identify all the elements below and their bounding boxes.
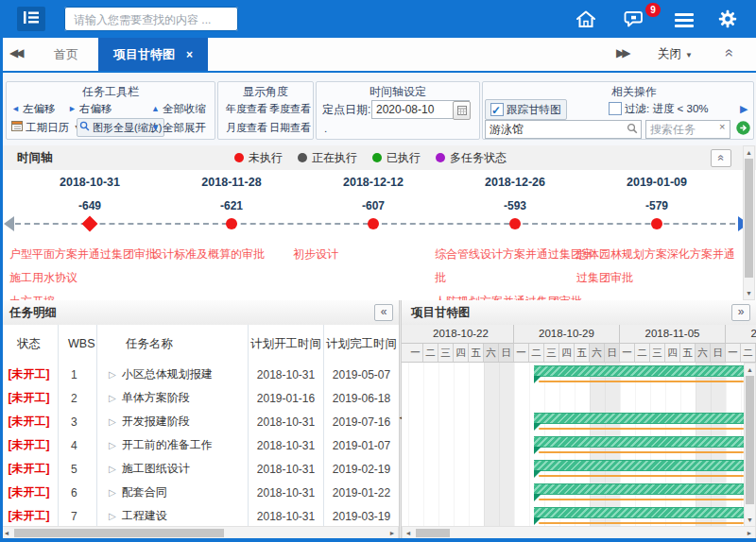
- gray-dot-icon: [298, 153, 307, 162]
- home-icon[interactable]: [575, 8, 597, 29]
- tabs-scroll-left-icon[interactable]: ◀◀: [9, 46, 21, 59]
- expander-icon[interactable]: ▷: [109, 369, 116, 380]
- search-icon[interactable]: [627, 123, 638, 137]
- global-search-input[interactable]: [72, 8, 236, 31]
- scroll-down-icon[interactable]: ▼: [745, 515, 755, 525]
- table-row[interactable]: [未开工] 6 ▷配套合同 2018-10-31 2019-01-22: [0, 481, 399, 505]
- milestone-marker-circle[interactable]: [368, 218, 379, 229]
- table-row[interactable]: [未开工] 1 ▷小区总体规划报建 2018-10-31 2019-05-07: [0, 363, 399, 387]
- collapse-ribbon-icon[interactable]: «: [721, 49, 738, 58]
- panel-collapse-icon[interactable]: «: [374, 304, 393, 321]
- red-dot-icon: [234, 153, 244, 162]
- status-badge[interactable]: [未开工]: [9, 484, 50, 500]
- gantt-bar[interactable]: [534, 460, 744, 471]
- track-gantt-checkbox[interactable]: 跟踪甘特图: [485, 99, 567, 120]
- scrollbar-thumb[interactable]: [14, 529, 224, 537]
- expand-all-button[interactable]: ▼ 全部展开: [151, 119, 206, 136]
- gantt-row: [408, 457, 744, 481]
- gantt-bar[interactable]: [534, 507, 744, 518]
- schedule-calendar-button[interactable]: 工期日历 ▼: [11, 119, 80, 136]
- gantt-bar[interactable]: [534, 365, 744, 377]
- timeline-collapse-button[interactable]: «: [711, 149, 731, 167]
- milestone-marker-diamond[interactable]: [82, 216, 98, 232]
- status-badge[interactable]: [未开工]: [9, 461, 50, 477]
- milestone-offset: -649: [9, 199, 170, 213]
- expander-icon[interactable]: ▷: [109, 440, 116, 450]
- go-button[interactable]: [736, 121, 750, 138]
- date-picker-button[interactable]: [453, 101, 471, 120]
- milestone-marker-circle[interactable]: [226, 218, 237, 229]
- scroll-up-icon[interactable]: ▲: [745, 364, 755, 375]
- expander-icon[interactable]: ▷: [109, 511, 116, 521]
- filter-progress-checkbox[interactable]: 过滤: 进度 < 30%: [609, 100, 709, 117]
- task-table-header: 状态 WBS 任务名称 计划开工时间 计划完工时间: [0, 325, 399, 364]
- scroll-up-icon[interactable]: ▲: [744, 147, 754, 158]
- search-task-input[interactable]: [645, 120, 730, 139]
- close-dropdown[interactable]: 关闭▼: [658, 46, 693, 62]
- milestone-4: 2018-12-26 -593: [435, 176, 595, 213]
- task-name[interactable]: 开发报建阶段: [122, 414, 190, 430]
- panel-expand-icon[interactable]: »: [731, 304, 750, 321]
- scrollbar-thumb[interactable]: [416, 529, 450, 537]
- status-badge[interactable]: [未开工]: [9, 390, 50, 406]
- milestone-marker-circle[interactable]: [509, 218, 521, 229]
- status-badge[interactable]: [未开工]: [9, 437, 50, 453]
- month-view-button[interactable]: 月度查看: [226, 119, 267, 136]
- checkbox-checked-icon[interactable]: [490, 103, 504, 116]
- tab-project-gantt[interactable]: 项目甘特图 ×: [98, 38, 208, 71]
- tab-home[interactable]: 首页: [34, 38, 98, 71]
- clear-icon[interactable]: ×: [719, 121, 725, 132]
- gantt-bar[interactable]: [534, 413, 744, 424]
- quarter-view-button[interactable]: 季度查看: [269, 100, 311, 117]
- gantt-bar[interactable]: [534, 483, 744, 495]
- play-filter-icon[interactable]: ▶: [740, 100, 747, 117]
- task-name[interactable]: 配套合同: [122, 484, 167, 500]
- task-name[interactable]: 开工前的准备工作: [122, 437, 213, 453]
- milestone-2-labels: 设计标准及概算的审批: [151, 243, 312, 266]
- status-badge[interactable]: [未开工]: [9, 414, 50, 430]
- task-name[interactable]: 工程建设: [122, 508, 167, 524]
- year-view-button[interactable]: 年度查看: [226, 100, 267, 117]
- status-badge[interactable]: [未开工]: [9, 508, 50, 524]
- expander-icon[interactable]: ▷: [109, 487, 116, 498]
- checkbox-unchecked-icon[interactable]: [609, 102, 622, 115]
- expander-icon[interactable]: ▷: [109, 464, 116, 474]
- task-name[interactable]: 单体方案阶段: [122, 390, 190, 406]
- right-shift-button[interactable]: ► 右偏移: [68, 100, 112, 117]
- messages-icon[interactable]: [624, 8, 646, 29]
- menu-icon[interactable]: [675, 10, 697, 31]
- sidebar-toggle-button[interactable]: [17, 7, 45, 31]
- milestone-4-labels: 综合管线设计方案并通过集团审批 人防规划方案并通过集团审批: [435, 243, 595, 300]
- milestone-marker-circle[interactable]: [651, 218, 662, 229]
- gantt-bar[interactable]: [534, 436, 744, 448]
- settings-gear-icon[interactable]: [716, 8, 739, 29]
- collapse-icon: «: [713, 155, 729, 161]
- left-shift-button[interactable]: ◄ 左偏移: [11, 100, 55, 117]
- axis-left-arrow-icon[interactable]: [4, 216, 14, 231]
- timeline-scrollbar[interactable]: ▲ ▼: [743, 145, 755, 300]
- milestone-3: 2018-12-12 -607: [293, 176, 454, 213]
- expander-icon[interactable]: ▷: [109, 393, 116, 403]
- collapse-all-button[interactable]: ▲ 全部收缩: [151, 100, 206, 117]
- expander-icon[interactable]: ▷: [109, 416, 116, 427]
- gantt-vscrollbar[interactable]: ▲ ▼: [744, 363, 756, 527]
- gantt-hscrollbar[interactable]: ◄ ►: [402, 526, 756, 539]
- table-row[interactable]: [未开工] 4 ▷开工前的准备工作 2018-10-31 2019-01-07: [0, 433, 399, 458]
- tabs-scroll-right-icon[interactable]: ▶▶: [616, 46, 627, 59]
- gantt-row: [408, 363, 744, 386]
- table-row[interactable]: [未开工] 2 ▷单体方案阶段 2019-01-16 2019-06-18: [0, 386, 399, 411]
- keyword-input[interactable]: [485, 120, 642, 139]
- tab-close-icon[interactable]: ×: [186, 48, 193, 61]
- scrollbar-thumb[interactable]: [746, 376, 754, 504]
- task-name[interactable]: 施工图纸设计: [122, 461, 190, 477]
- status-badge[interactable]: [未开工]: [9, 366, 50, 382]
- scroll-down-icon[interactable]: ▼: [744, 288, 754, 298]
- table-row[interactable]: [未开工] 3 ▷开发报建阶段 2018-10-31 2019-07-16: [0, 410, 399, 434]
- task-name[interactable]: 小区总体规划报建: [122, 366, 213, 382]
- col-wbs: WBS: [59, 325, 97, 363]
- day-view-button[interactable]: 日期查看: [269, 119, 311, 136]
- task-panel-hscrollbar[interactable]: ◄ ►: [0, 526, 399, 539]
- expand-all-label: 全部展开: [163, 119, 206, 136]
- scrollbar-thumb[interactable]: [745, 159, 753, 278]
- table-row[interactable]: [未开工] 5 ▷施工图纸设计 2018-10-31 2019-02-19: [0, 457, 399, 482]
